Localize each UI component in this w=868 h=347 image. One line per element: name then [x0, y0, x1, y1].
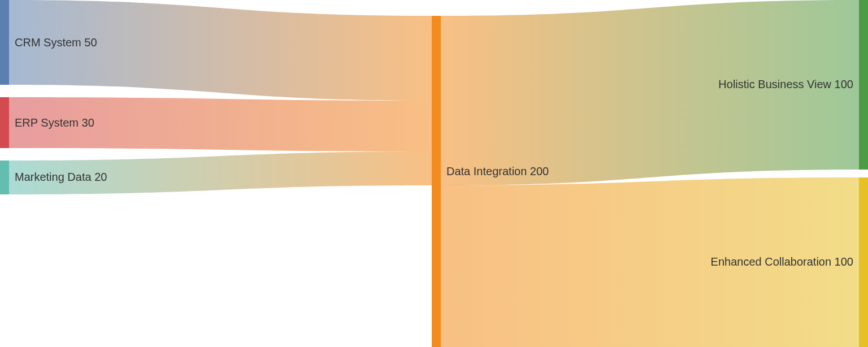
sankey-chart: CRM System 50 ERP System 30 Marketing Da…	[0, 0, 868, 347]
label-mkt: Marketing Data 20	[15, 171, 107, 183]
link-di-hbv	[441, 0, 859, 185]
label-erp: ERP System 30	[15, 116, 94, 129]
label-crm: CRM System 50	[15, 36, 97, 49]
link-crm-di	[9, 0, 432, 101]
node-ecol	[859, 177, 868, 347]
label-ecol: Enhanced Collaboration 100	[711, 255, 853, 268]
node-hbv	[859, 0, 868, 170]
node-crm	[0, 0, 9, 85]
node-erp	[0, 97, 9, 148]
node-di	[432, 16, 441, 347]
node-mkt	[0, 161, 9, 194]
label-hbv: Holistic Business View 100	[718, 78, 853, 90]
label-di: Data Integration 200	[446, 165, 549, 177]
